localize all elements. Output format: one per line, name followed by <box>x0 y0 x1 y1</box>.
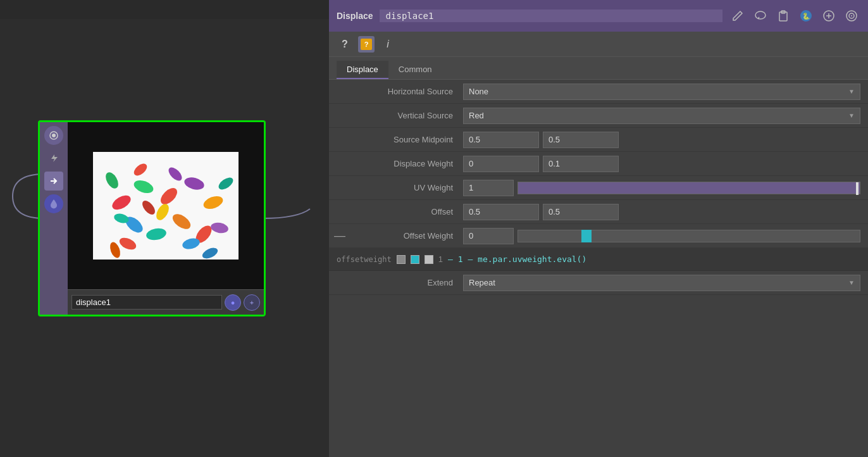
horizontal-source-arrow: ▼ <box>848 88 855 95</box>
svg-point-24 <box>755 11 766 19</box>
node-btn-circle[interactable] <box>44 126 63 145</box>
param-row-extend: Extend Repeat ▼ <box>329 271 868 295</box>
expr-separator: 1 <box>438 254 443 264</box>
source-midpoint-label: Source Midpoint <box>337 135 463 144</box>
offset-weight-label: Offset Weight <box>337 231 463 241</box>
horizontal-source-value: None ▼ <box>463 84 860 100</box>
node-color-btn[interactable]: ● <box>225 294 241 311</box>
panel-header: Displace displace1 🐍 <box>329 0 868 32</box>
toolbar-question[interactable]: ? <box>337 36 353 53</box>
node-footer: displace1 ● + <box>68 289 264 315</box>
panel-toolbar: ? ? i <box>329 32 868 57</box>
expr-code[interactable]: 1 – me.par.uvweight.eval() <box>458 254 587 264</box>
vertical-source-arrow: ▼ <box>848 112 855 119</box>
offset-weight-dash: — <box>334 229 345 242</box>
offset-weight-slider[interactable] <box>518 230 860 242</box>
offset-value: 0.5 0.5 <box>463 204 860 220</box>
toolbar-info[interactable]: i <box>380 36 396 53</box>
expression-row: offsetweight 1 – 1 – me.par.uvweight.eva… <box>329 248 868 271</box>
offset-input1[interactable]: 0.5 <box>463 204 539 220</box>
node-sidebar <box>40 122 68 315</box>
source-midpoint-input1[interactable]: 0.5 <box>463 132 539 148</box>
uv-weight-slider[interactable] <box>518 182 860 194</box>
uv-weight-input[interactable]: 1 <box>463 180 514 196</box>
param-row-offset-weight: — Offset Weight 0 <box>329 224 868 248</box>
expr-checkbox-3[interactable] <box>425 255 433 264</box>
canvas-area: displace1 ● + <box>0 19 329 457</box>
displace-weight-input2[interactable]: 0.1 <box>543 156 619 172</box>
panel-icon-clipboard[interactable] <box>774 7 792 25</box>
panel-icon-target[interactable] <box>843 7 860 25</box>
displace-weight-input1[interactable]: 0 <box>463 156 539 172</box>
source-midpoint-input2[interactable]: 0.5 <box>543 132 619 148</box>
extend-label: Extend <box>337 278 463 287</box>
horizontal-source-dropdown[interactable]: None ▼ <box>463 84 860 100</box>
vertical-source-label: Vertical Source <box>337 111 463 120</box>
panel-icon-python[interactable]: 🐍 <box>797 7 815 25</box>
right-panel: Displace displace1 🐍 <box>329 0 868 457</box>
svg-text:?: ? <box>364 41 369 48</box>
expr-minus: – <box>448 254 453 264</box>
panel-title: Displace <box>337 11 373 21</box>
param-row-uv-weight: UV Weight 1 <box>329 176 868 200</box>
expr-param-name: offsetweight <box>337 255 392 264</box>
offset-weight-indicator <box>581 230 592 242</box>
panel-node-name: displace1 <box>380 9 722 22</box>
uv-weight-handle <box>856 182 859 195</box>
node-preview <box>68 122 264 289</box>
horizontal-source-selected: None <box>469 87 488 96</box>
panel-icon-comment[interactable] <box>752 7 769 25</box>
extend-value: Repeat ▼ <box>463 275 860 291</box>
node-name-input[interactable]: displace1 <box>71 295 222 310</box>
node: displace1 ● + <box>38 120 266 316</box>
vertical-source-value: Red ▼ <box>463 108 860 124</box>
param-row-horizontal-source: Horizontal Source None ▼ <box>329 80 868 104</box>
panel-icon-add[interactable] <box>820 7 838 25</box>
panel-content: Horizontal Source None ▼ Vertical Source… <box>329 80 868 457</box>
uv-weight-label: UV Weight <box>337 183 463 192</box>
offset-weight-value: 0 <box>463 228 860 244</box>
vertical-source-selected: Red <box>469 111 484 120</box>
param-row-vertical-source: Vertical Source Red ▼ <box>329 104 868 128</box>
vertical-source-dropdown[interactable]: Red ▼ <box>463 108 860 124</box>
svg-text:🐍: 🐍 <box>802 12 810 20</box>
horizontal-source-label: Horizontal Source <box>337 87 463 96</box>
node-btn-drop[interactable] <box>44 194 63 213</box>
expr-checkbox-2[interactable] <box>411 255 419 264</box>
source-midpoint-value: 0.5 0.5 <box>463 132 860 148</box>
panel-tabs: Displace Common <box>329 57 868 80</box>
node-btn-lightning[interactable] <box>44 149 63 168</box>
panel-icon-edit[interactable] <box>729 7 747 25</box>
offset-weight-input[interactable]: 0 <box>463 228 514 244</box>
displace-weight-value: 0 0.1 <box>463 156 860 172</box>
extend-selected: Repeat <box>469 278 495 287</box>
panel-icons: 🐍 <box>729 7 860 25</box>
param-row-displace-weight: Displace Weight 0 0.1 <box>329 152 868 176</box>
node-btn-arrow[interactable] <box>44 172 63 191</box>
param-row-source-midpoint: Source Midpoint 0.5 0.5 <box>329 128 868 152</box>
uv-weight-value: 1 <box>463 180 860 196</box>
node-add-btn[interactable]: + <box>244 294 260 311</box>
param-row-offset: Offset 0.5 0.5 <box>329 200 868 224</box>
offset-label: Offset <box>337 207 463 216</box>
svg-point-32 <box>851 15 852 16</box>
tab-common[interactable]: Common <box>388 61 442 79</box>
toolbar-help-box[interactable]: ? <box>358 36 375 53</box>
extend-arrow: ▼ <box>848 279 855 286</box>
tab-displace[interactable]: Displace <box>337 61 388 79</box>
expr-checkbox-1[interactable] <box>397 255 406 264</box>
svg-point-1 <box>52 134 56 137</box>
node-image <box>93 152 239 260</box>
extend-dropdown[interactable]: Repeat ▼ <box>463 275 860 291</box>
displace-weight-label: Displace Weight <box>337 159 463 168</box>
offset-input2[interactable]: 0.5 <box>543 204 619 220</box>
